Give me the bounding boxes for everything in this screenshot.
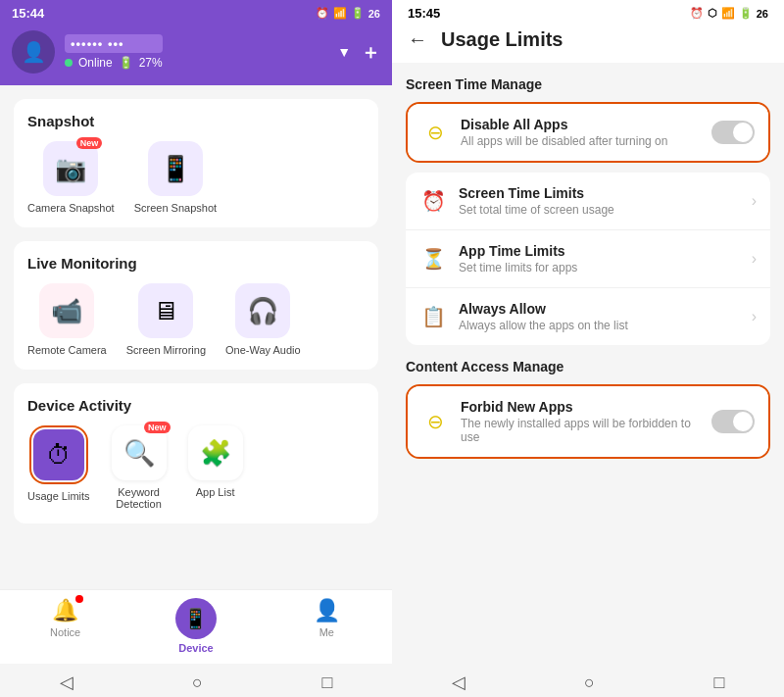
right-header: 15:45 ⏰ ⬡ 📶 🔋 26 ← Usage Limits bbox=[392, 0, 784, 63]
right-home-sys-btn[interactable]: ○ bbox=[584, 672, 595, 693]
app-list-icon-box: 🧩 bbox=[188, 425, 243, 480]
screen-time-limits-text: Screen Time Limits Set total time of scr… bbox=[459, 185, 740, 217]
content-access-header: Content Access Manage bbox=[406, 359, 770, 374]
hourglass-icon: ⏳ bbox=[419, 247, 447, 271]
back-sys-btn[interactable]: ◁ bbox=[60, 672, 74, 693]
camera-snapshot-icon-box: 📷 New bbox=[43, 141, 98, 196]
right-recents-sys-btn[interactable]: □ bbox=[713, 672, 724, 693]
user-details: •••••• ••• Online 🔋 27% bbox=[65, 34, 163, 70]
always-allow-item[interactable]: 📋 Always Allow Always allow the apps on … bbox=[406, 288, 770, 345]
user-status: Online 🔋 27% bbox=[65, 56, 163, 70]
usage-limits-item[interactable]: ⏱ Usage Limits bbox=[27, 425, 90, 510]
bottom-nav: 🔔 Notice 📱 Device 👤 Me bbox=[0, 589, 392, 664]
battery-icon: 🔋 bbox=[119, 56, 133, 70]
app-list-item[interactable]: 🧩 App List bbox=[188, 425, 243, 510]
screen-mirroring-icon: 🖥 bbox=[153, 296, 178, 326]
screen-time-chevron: › bbox=[752, 192, 757, 210]
keyword-detection-label: Keyword Detection bbox=[110, 486, 169, 510]
notice-icon: 🔔 bbox=[52, 598, 78, 623]
remote-camera-item[interactable]: 📹 Remote Camera bbox=[27, 283, 107, 356]
always-allow-title: Always Allow bbox=[459, 301, 740, 317]
disable-all-apps-item[interactable]: ⊖ Disable All Apps All apps will be disa… bbox=[408, 104, 768, 161]
dropdown-icon[interactable]: ▼ bbox=[337, 44, 351, 60]
screen-snapshot-item[interactable]: 📱 Screen Snapshot bbox=[134, 141, 217, 214]
camera-snapshot-item[interactable]: 📷 New Camera Snapshot bbox=[27, 141, 115, 214]
screen-snapshot-label: Screen Snapshot bbox=[134, 202, 217, 214]
status-bar-right: 15:45 ⏰ ⬡ 📶 🔋 26 bbox=[408, 0, 768, 25]
always-allow-text: Always Allow Always allow the apps on th… bbox=[459, 301, 740, 332]
clock-icon: ⏱ bbox=[46, 440, 72, 471]
nav-me[interactable]: 👤 Me bbox=[262, 598, 392, 654]
keyword-detection-item[interactable]: 🔍 New Keyword Detection bbox=[110, 425, 169, 510]
add-button[interactable]: ＋ bbox=[361, 39, 380, 66]
notice-badge bbox=[75, 595, 83, 603]
user-name: •••••• ••• bbox=[65, 34, 163, 53]
back-button[interactable]: ← bbox=[408, 28, 427, 51]
user-info: 👤 •••••• ••• Online 🔋 27% bbox=[12, 30, 163, 74]
snapshot-title: Snapshot bbox=[27, 113, 365, 129]
forbid-new-apps-card: ⊖ Forbid New Apps The newly installed ap… bbox=[408, 386, 768, 457]
remote-camera-label: Remote Camera bbox=[27, 344, 107, 356]
remote-camera-icon: 📹 bbox=[51, 296, 82, 326]
usage-limits-icon-box: ⏱ bbox=[33, 429, 84, 480]
screen-mirroring-item[interactable]: 🖥 Screen Mirroring bbox=[126, 283, 206, 356]
app-time-limits-title: App Time Limits bbox=[459, 243, 740, 259]
me-icon: 👤 bbox=[314, 598, 340, 623]
app-time-limits-subtitle: Set time limits for apps bbox=[459, 261, 740, 274]
forbid-new-apps-item[interactable]: ⊖ Forbid New Apps The newly installed ap… bbox=[408, 386, 768, 457]
notice-label: Notice bbox=[50, 626, 80, 638]
me-label: Me bbox=[319, 626, 334, 638]
recents-sys-btn[interactable]: □ bbox=[321, 672, 332, 693]
disable-all-apps-toggle[interactable] bbox=[711, 121, 755, 144]
user-row: 👤 •••••• ••• Online 🔋 27% ▼ ＋ bbox=[12, 30, 380, 74]
disable-all-apps-text: Disable All Apps All apps will be disabl… bbox=[461, 117, 700, 148]
forbid-new-apps-subtitle: The newly installed apps will be forbidd… bbox=[461, 417, 700, 444]
one-way-audio-label: One-Way Audio bbox=[225, 344, 301, 356]
sys-nav-left: ◁ ○ □ bbox=[0, 664, 392, 697]
headphones-icon: 🎧 bbox=[247, 296, 278, 326]
live-monitoring-grid: 📹 Remote Camera 🖥 Screen Mirroring 🎧 One… bbox=[27, 283, 365, 356]
app-time-limits-item[interactable]: ⏳ App Time Limits Set time limits for ap… bbox=[406, 230, 770, 288]
nav-device[interactable]: 📱 Device bbox=[130, 598, 261, 654]
screen-time-card: ⏰ Screen Time Limits Set total time of s… bbox=[406, 173, 770, 345]
camera-icon: 📷 bbox=[55, 154, 86, 184]
home-sys-btn[interactable]: ○ bbox=[192, 672, 203, 693]
clock-settings-icon: ⏰ bbox=[419, 189, 447, 213]
forbid-new-apps-title: Forbid New Apps bbox=[461, 399, 700, 415]
forbid-new-apps-toggle[interactable] bbox=[711, 410, 755, 433]
apps-icon: 🧩 bbox=[200, 438, 231, 469]
app-list-label: App List bbox=[196, 486, 235, 498]
page-title: Usage Limits bbox=[441, 28, 563, 51]
screen-time-limits-item[interactable]: ⏰ Screen Time Limits Set total time of s… bbox=[406, 173, 770, 230]
screen-snapshot-icon-box: 📱 bbox=[148, 141, 203, 196]
right-content: Screen Time Manage ⊖ Disable All Apps Al… bbox=[392, 63, 784, 664]
one-way-audio-item[interactable]: 🎧 One-Way Audio bbox=[225, 283, 301, 356]
avatar: 👤 bbox=[12, 30, 55, 74]
keyword-detection-icon-box: 🔍 New bbox=[112, 425, 167, 480]
screen-time-section-header: Screen Time Manage bbox=[406, 76, 770, 92]
always-allow-subtitle: Always allow the apps on the list bbox=[459, 319, 740, 332]
disable-all-apps-subtitle: All apps will be disabled after turning … bbox=[461, 134, 700, 148]
always-allow-icon: 📋 bbox=[419, 305, 447, 328]
snapshot-grid: 📷 New Camera Snapshot 📱 Screen Snapshot bbox=[27, 141, 365, 214]
search-icon: 🔍 bbox=[123, 438, 155, 469]
forbid-new-apps-text: Forbid New Apps The newly installed apps… bbox=[461, 399, 700, 444]
screen-time-limits-subtitle: Set total time of screen usage bbox=[459, 203, 740, 217]
live-monitoring-card: Live Monitoring 📹 Remote Camera 🖥 Screen… bbox=[14, 241, 378, 370]
left-header: 15:44 ⏰ 📶 🔋 ● ● ● 📶 🔋26 26 👤 •••••• ••• … bbox=[0, 0, 392, 85]
nav-notice[interactable]: 🔔 Notice bbox=[0, 598, 130, 654]
sys-nav-right: ◁ ○ □ bbox=[392, 664, 784, 697]
right-back-sys-btn[interactable]: ◁ bbox=[452, 672, 466, 693]
disable-all-apps-title: Disable All Apps bbox=[461, 117, 700, 132]
usage-limits-selection: ⏱ bbox=[29, 425, 88, 484]
disable-all-apps-card: ⊖ Disable All Apps All apps will be disa… bbox=[408, 104, 768, 161]
battery-text: 27% bbox=[139, 56, 163, 70]
screen-mirroring-icon-box: 🖥 bbox=[138, 283, 193, 338]
disable-all-apps-highlight: ⊖ Disable All Apps All apps will be disa… bbox=[406, 102, 770, 163]
usage-limits-icon-bg: ⏱ bbox=[33, 429, 84, 480]
remote-camera-icon-box: 📹 bbox=[39, 283, 94, 338]
screen-time-limits-title: Screen Time Limits bbox=[459, 185, 740, 201]
disable-icon: ⊖ bbox=[421, 121, 449, 144]
device-activity-grid: ⏱ Usage Limits 🔍 New Keyword Detection bbox=[27, 425, 365, 510]
live-monitoring-title: Live Monitoring bbox=[27, 255, 365, 272]
